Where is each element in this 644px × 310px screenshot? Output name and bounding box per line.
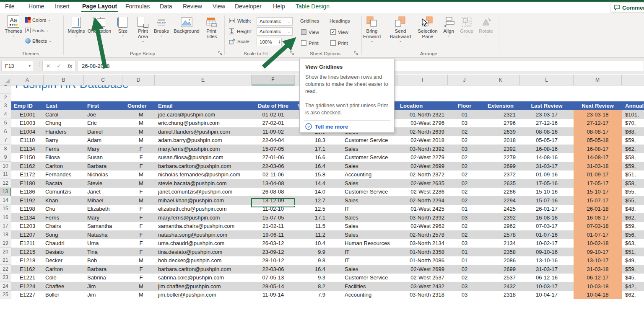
cell[interactable]: M <box>122 110 155 119</box>
orientation-button[interactable]: Orientation⌄ <box>87 15 112 37</box>
tab-developer[interactable]: Developer <box>235 3 262 10</box>
cell[interactable]: 31-03-17 <box>520 162 574 170</box>
table-header-cell[interactable]: Emp ID <box>11 101 44 110</box>
cell[interactable]: 2018 <box>481 136 520 145</box>
cell[interactable]: 01 <box>448 256 481 265</box>
cell[interactable]: 09-10-17 <box>574 248 622 256</box>
width-dropdown[interactable]: Automatic⌄ <box>257 17 293 26</box>
cell[interactable]: 17-05-17 <box>574 179 622 188</box>
cell[interactable]: 15-07-05 <box>252 145 295 153</box>
cell[interactable]: Ferris <box>44 145 84 153</box>
cell[interactable]: E1211 <box>11 239 44 248</box>
cell[interactable]: 01 <box>448 110 481 119</box>
cell[interactable]: 16.4 <box>295 162 335 170</box>
cell[interactable]: 26-03-12 <box>252 239 295 248</box>
cell[interactable]: E1110 <box>11 136 44 145</box>
cell[interactable]: 13-10-17 <box>574 256 622 265</box>
cell[interactable]: 01-09-16 <box>520 170 574 179</box>
cell[interactable]: 06-12-16 <box>520 274 574 282</box>
cell[interactable]: $58, <box>622 153 644 162</box>
cell[interactable]: 10.4 <box>295 239 335 248</box>
cell[interactable]: 02-West 2286 <box>397 188 448 196</box>
row-header-20[interactable]: 20 <box>0 248 11 256</box>
cell[interactable]: 2796 <box>481 119 520 128</box>
tab-review[interactable]: Review <box>183 3 202 10</box>
cell[interactable]: E1180 <box>11 179 44 188</box>
cell[interactable]: Susan <box>84 153 122 162</box>
column-header-n[interactable] <box>622 75 644 85</box>
cell[interactable]: 10-02-17 <box>520 239 574 248</box>
cell[interactable]: 01-07-17 <box>574 230 622 239</box>
cell[interactable]: 02-North 2639 <box>397 127 448 136</box>
cell[interactable]: 02-West 2635 <box>397 179 448 188</box>
sheet-options-dialog-launcher-icon[interactable] <box>353 51 358 56</box>
column-header-A[interactable]: A <box>11 75 44 85</box>
cell[interactable]: 31-03-18 <box>574 162 622 170</box>
cell[interactable]: E1162 <box>11 265 44 274</box>
cell[interactable]: $59, <box>622 136 644 145</box>
cell[interactable]: E1186 <box>11 188 44 196</box>
cell[interactable]: Samantha <box>84 222 122 231</box>
cell[interactable]: 03 <box>448 282 481 291</box>
cell[interactable]: 9.9 <box>295 248 335 256</box>
checkbox-icon[interactable] <box>301 29 306 35</box>
cell[interactable]: 27-12-16 <box>520 119 574 128</box>
row-header-2[interactable]: 2 <box>0 94 11 101</box>
cell[interactable]: 16-08-16 <box>520 213 574 222</box>
row-header-17[interactable]: 17 <box>0 222 11 231</box>
checkbox-icon[interactable]: ✓ <box>330 29 336 35</box>
row-header-11[interactable]: 11 <box>0 170 11 179</box>
row-header-4[interactable]: 4 <box>0 110 11 119</box>
cell[interactable]: E1192 <box>11 196 44 205</box>
cell[interactable]: F <box>122 213 155 222</box>
margins-button[interactable]: Margins⌄ <box>64 15 89 37</box>
fonts-button[interactable]: A Fonts⌄ <box>25 28 49 33</box>
page-setup-dialog-launcher-icon[interactable] <box>218 51 223 56</box>
cell[interactable]: Sales <box>335 179 397 188</box>
cell[interactable]: F <box>122 145 155 153</box>
cell[interactable]: Uma <box>84 239 122 248</box>
cell[interactable]: Sales <box>335 265 397 274</box>
cell[interactable]: 21-02-11 <box>252 222 295 231</box>
cell[interactable]: 7.9 <box>295 291 335 300</box>
cell[interactable]: 02-North 2372 <box>397 170 448 179</box>
column-header-C[interactable]: C <box>84 75 122 85</box>
cell[interactable]: 17.1 <box>295 213 335 222</box>
cell[interactable]: Chung <box>44 119 84 128</box>
cell[interactable]: 03-North 2134 <box>397 239 448 248</box>
cell[interactable]: 2578 <box>481 230 520 239</box>
cell[interactable]: 03-West 2796 <box>397 119 448 128</box>
cell[interactable]: Comuntzis <box>44 188 84 196</box>
cell[interactable]: 15-10-16 <box>520 188 574 196</box>
cell[interactable]: 03 <box>448 239 481 248</box>
cell[interactable]: susan.filosa@pushpin.com <box>155 153 252 162</box>
tab-data[interactable]: Data <box>160 3 172 10</box>
cell[interactable]: 14.4 <box>295 179 335 188</box>
cell[interactable]: daniel.flanders@pushpin.com <box>155 127 252 136</box>
cell[interactable]: Fernandes <box>44 170 84 179</box>
cell[interactable]: 19-06-11 <box>252 230 295 239</box>
cell[interactable]: jim.boller@pushpin.com <box>155 291 252 300</box>
cell[interactable]: Natasha <box>84 230 122 239</box>
cell[interactable]: E1207 <box>11 230 44 239</box>
cell[interactable]: 03 <box>448 145 481 153</box>
colors-button[interactable]: Colors⌄ <box>25 17 51 23</box>
cell[interactable]: eric.chung@pushpin.com <box>155 119 252 128</box>
cell[interactable]: Ferris <box>44 213 84 222</box>
cell[interactable]: 02 <box>448 153 481 162</box>
cell[interactable]: 22-03-06 <box>252 162 295 170</box>
cell[interactable]: $59, <box>622 162 644 170</box>
cell[interactable]: 02 <box>448 196 481 205</box>
tab-view[interactable]: View <box>213 3 225 10</box>
row-header-15[interactable]: 15 <box>0 205 11 214</box>
cell[interactable]: E1134 <box>11 213 44 222</box>
cell[interactable]: $101, <box>622 110 644 119</box>
table-header-cell[interactable]: Annual S <box>622 101 644 110</box>
insert-function-button[interactable]: fx <box>68 63 73 69</box>
select-all-corner[interactable] <box>0 75 11 85</box>
cell[interactable]: Sales <box>335 222 397 231</box>
cell[interactable]: tina.desiato@pushpin.com <box>155 248 252 256</box>
cell[interactable]: Accounting <box>335 291 397 300</box>
breaks-button[interactable]: Breaks⌄ <box>149 15 174 37</box>
cell[interactable]: 11.5 <box>295 222 335 231</box>
